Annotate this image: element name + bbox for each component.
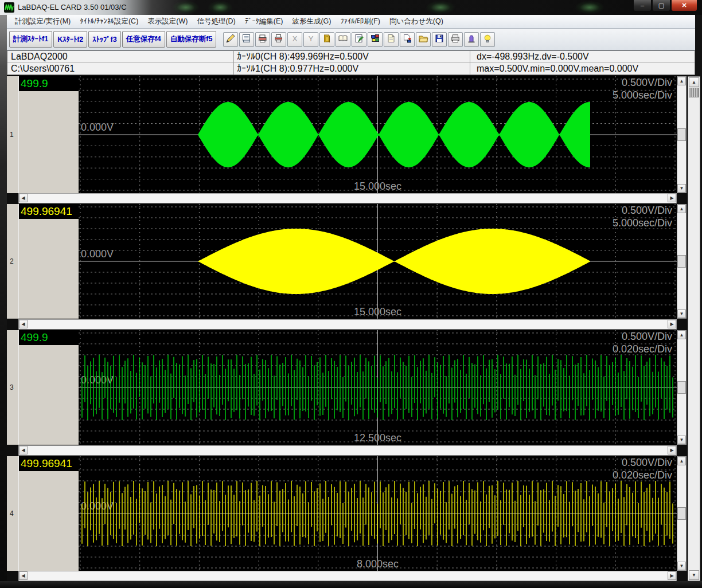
glass-reflection (426, 1, 455, 14)
labdaq-window: { "window": { "title": "LaBDAQ-EL CARD 3… (0, 0, 702, 588)
menu-title-channel-settings[interactable]: ﾀｲﾄﾙ/ﾁｬﾝﾈﾙ設定(C) (75, 15, 143, 28)
stop-button[interactable]: ｽﾄｯﾌﾟf3 (88, 31, 120, 48)
auto-save-button[interactable]: 自動保存断f5 (166, 31, 217, 48)
channel-strip: 2 (7, 204, 18, 319)
panel-scrollbar-thumb[interactable] (677, 507, 686, 520)
scroll-up-arrow-icon[interactable]: ▲ (677, 77, 686, 85)
panel-vertical-scrollbar[interactable]: ▲▼ (677, 456, 687, 571)
scroll-left-arrow-icon[interactable]: ◀ (19, 320, 28, 328)
scroll-right-arrow-icon[interactable]: ▶ (668, 194, 676, 202)
menu-measure-settings[interactable]: 計測設定/実行(M) (10, 15, 75, 28)
scroll-up-arrow-icon[interactable]: ▲ (689, 77, 699, 87)
scroll-down-arrow-icon[interactable]: ▼ (677, 436, 686, 444)
new-document-button[interactable] (384, 32, 399, 47)
scroll-down-arrow-icon[interactable]: ▼ (677, 309, 686, 318)
pencil-button[interactable] (223, 32, 238, 47)
measure-start-button[interactable]: 計測ｽﾀｰﾄf1 (9, 31, 52, 48)
menu-contact[interactable]: 問い合わせ先(Q) (385, 15, 448, 28)
cursor1-readout: ｶｰｿﾙ1(CH 8):0.977Hz=0.000V (233, 63, 470, 75)
channel-label-column: 499.9 (18, 330, 79, 445)
menu-file-print[interactable]: ﾌｧｲﾙ/印刷(F) (336, 15, 385, 28)
manual-save-button[interactable]: 任意保存f4 (122, 31, 165, 48)
scroll-down-arrow-icon[interactable]: ▼ (689, 570, 699, 580)
waveform-panel-2: 2499.969410.000V0.500V/Div5.000sec/Div15… (0, 204, 702, 319)
menu-signal-processing[interactable]: 信号処理(D) (192, 15, 240, 28)
panel-vertical-scrollbar[interactable]: ▲▼ (677, 76, 687, 193)
save-icon (434, 33, 444, 46)
open-folder-icon (418, 33, 428, 46)
panel-scrollbar-thumb[interactable] (677, 128, 686, 141)
print-preview-button[interactable] (271, 32, 286, 47)
channel-label-column: 499.96941 (18, 456, 79, 571)
x-axis-button[interactable]: X (287, 32, 302, 47)
stats-readout: max=0.500V.min=0.000V.mean=0.000V (470, 63, 695, 75)
close-button[interactable]: ✕ (671, 0, 697, 11)
data-cabinet-icon (322, 33, 332, 46)
statusbar-divider (7, 62, 695, 63)
main-scrollbar-thumb[interactable] (689, 88, 699, 97)
window-frame-bottom (0, 581, 702, 588)
menu-display-settings[interactable]: 表示設定(W) (143, 15, 192, 28)
delta-readout: dx=-498.993Hz.dv=-0.500V (470, 51, 695, 63)
notepad-button[interactable] (239, 32, 254, 47)
scroll-up-arrow-icon[interactable]: ▲ (677, 205, 686, 213)
k-start-button[interactable]: Kｽﾀｰﾄf2 (53, 31, 87, 48)
notepad-icon (241, 33, 252, 46)
panel-vertical-scrollbar[interactable]: ▲▼ (677, 330, 687, 445)
open-folder-button[interactable] (416, 32, 431, 47)
open-book-button[interactable] (336, 32, 350, 47)
plot-area[interactable]: 0.000V0.500V/Div0.020sec/Div12.500sec (79, 330, 677, 445)
scroll-down-arrow-icon[interactable]: ▼ (677, 184, 686, 193)
channel-label-column: 499.96941 (18, 204, 79, 319)
panel-horizontal-scrollbar[interactable]: ◀▶ (18, 571, 677, 581)
glass-reflection (172, 1, 200, 14)
menu-data-edit[interactable]: ﾃﾞｰﾀ編集(E) (240, 15, 288, 28)
menu-waveform-generation[interactable]: 波形生成(G) (287, 15, 336, 28)
scroll-right-arrow-icon[interactable]: ▶ (668, 446, 676, 454)
scroll-left-arrow-icon[interactable]: ◀ (19, 571, 28, 580)
maximize-button[interactable]: ▢ (652, 0, 670, 11)
waveform-panel-3: 3499.90.000V0.500V/Div0.020sec/Div12.500… (0, 330, 702, 445)
channel-strip: 4 (7, 456, 18, 571)
panel-horizontal-scrollbar[interactable]: ◀▶ (18, 445, 677, 456)
time-span-label: 8.000sec (79, 558, 677, 570)
new-document-icon (386, 33, 396, 46)
save-button[interactable] (432, 32, 447, 47)
main-vertical-scrollbar[interactable]: ▲ ▼ (688, 76, 700, 581)
panel-scrollbar-thumb[interactable] (677, 381, 686, 394)
panel-scrollbar-thumb[interactable] (677, 255, 686, 268)
plot-area[interactable]: 0.000V0.500V/Div5.000sec/Div15.000sec (79, 76, 677, 193)
minimize-button[interactable]: – (633, 0, 652, 11)
time-span-label: 15.000sec (79, 181, 677, 193)
scroll-down-arrow-icon[interactable]: ▼ (677, 562, 686, 570)
y-axis-icon: Y (306, 33, 316, 46)
plot-print-icon (258, 33, 268, 46)
print-button[interactable] (448, 32, 463, 47)
data-cabinet-button[interactable] (319, 32, 334, 47)
scroll-right-arrow-icon[interactable]: ▶ (668, 320, 676, 328)
palette-button[interactable] (368, 32, 383, 47)
title-bar: LaBDAQ-EL CARD 3.50 01/03/C – ▢ ✕ (0, 0, 702, 15)
y-axis-button[interactable]: Y (303, 32, 318, 47)
panel-vertical-scrollbar[interactable]: ▲▼ (677, 204, 687, 319)
scroll-right-arrow-icon[interactable]: ▶ (668, 571, 676, 580)
print-icon (450, 33, 461, 46)
hint-bulb-button[interactable] (480, 32, 495, 47)
open-book-icon (338, 33, 348, 46)
panel-horizontal-scrollbar[interactable]: ◀▶ (18, 319, 677, 330)
save-as-button[interactable] (400, 32, 415, 47)
plot-area[interactable]: 0.000V0.500V/Div5.000sec/Div15.000sec (79, 204, 677, 319)
channel-label-column: 499.9 (18, 76, 79, 193)
scroll-left-arrow-icon[interactable]: ◀ (19, 446, 28, 454)
plot-print-button[interactable] (255, 32, 270, 47)
panel-horizontal-scrollbar[interactable]: ◀▶ (18, 193, 677, 203)
cursor0-readout: ｶｰｿﾙ0(CH 8):499.969Hz=0.500V (233, 51, 470, 63)
pillar-chart-button[interactable] (464, 32, 479, 47)
scroll-up-arrow-icon[interactable]: ▲ (677, 457, 686, 465)
channel-value-display: 499.9 (19, 330, 79, 345)
channel-number: 3 (10, 383, 14, 391)
scroll-left-arrow-icon[interactable]: ◀ (19, 194, 28, 202)
plot-area[interactable]: 0.000V0.500V/Div0.020sec/Div8.000sec (79, 456, 677, 571)
scroll-up-arrow-icon[interactable]: ▲ (677, 331, 686, 339)
page-edit-button[interactable] (352, 32, 366, 47)
